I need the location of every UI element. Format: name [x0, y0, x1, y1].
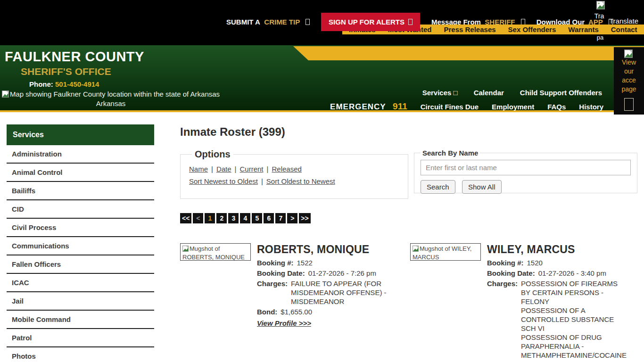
accessibility-widget[interactable]: View our acce page	[614, 47, 644, 115]
sidebar-item-cid[interactable]: CID	[7, 200, 154, 219]
sidebar-item-civil-process[interactable]: Civil Process	[7, 219, 154, 237]
sidebar-item-bailiffs[interactable]: Bailiffs	[7, 182, 154, 200]
page-6-button[interactable]: 6	[264, 213, 274, 223]
page-prev-button[interactable]: <	[193, 213, 203, 223]
top-utility-bar: SUBMIT A CRIME TIP SIGN UP FOR ALERTS Me…	[0, 0, 644, 45]
mugshot-image-fallback[interactable]: Mugshot of WILEY, MARCUS	[410, 243, 481, 261]
sort-newest-link[interactable]: Sort Newest to Oldest	[189, 177, 258, 185]
sidebar-item-administration[interactable]: Administration	[7, 145, 154, 164]
page-next-button[interactable]: >	[287, 213, 297, 223]
nav-press-releases[interactable]: Press Releases	[444, 25, 495, 33]
booking-date-value: 01-27-2026 - 3:40 pm	[538, 269, 606, 278]
phone-line: Phone: 501-450-4914	[29, 80, 144, 88]
translate-widget[interactable]: Tra pa Translate	[592, 1, 637, 45]
charges-row: Charges: POSSESSION OF FIREARMS BY CERTA…	[487, 279, 622, 360]
charge-item: FAILURE TO APPEAR (FOR MISDEMEANOR OFFEN…	[291, 279, 392, 306]
mugshot-image-fallback[interactable]: Mugshot of ROBERTS, MONIQUE	[180, 243, 251, 261]
county-name: FAULKNER COUNTY	[5, 49, 144, 65]
booking-number-label: Booking #:	[257, 258, 294, 267]
map-alt-text: Map showing Faulkner County location wit…	[10, 90, 220, 98]
filter-name-link[interactable]: Name	[189, 165, 208, 173]
sidebar-item-mobile-command[interactable]: Mobile Command	[7, 311, 154, 329]
page-4-button[interactable]: 4	[240, 213, 250, 223]
page-2-button[interactable]: 2	[216, 213, 227, 223]
booking-number-value: 1520	[527, 258, 543, 267]
page-title: Inmate Roster (399)	[180, 125, 637, 139]
filter-released-link[interactable]: Released	[272, 165, 301, 173]
sidebar-item-patrol[interactable]: Patrol	[7, 329, 154, 347]
emergency-label: EMERGENCY	[330, 102, 386, 111]
broken-image-icon	[413, 246, 419, 252]
bond-value: $1,655.00	[281, 307, 312, 316]
nav-calendar[interactable]: Calendar	[474, 89, 504, 97]
broken-image-icon	[2, 90, 9, 98]
nav-warrants[interactable]: Warrants	[568, 25, 598, 33]
page-7-button[interactable]: 7	[275, 213, 286, 223]
page-first-button[interactable]: <<	[180, 213, 191, 223]
booking-number-row: Booking #: 1520	[487, 258, 622, 267]
nav-contact[interactable]: Contact	[611, 25, 637, 33]
sidebar-item-fallen-officers[interactable]: Fallen Officers	[7, 255, 154, 274]
site-header: FAULKNER COUNTY SHERIFF'S OFFICE Phone: …	[0, 45, 644, 112]
header-nav-row2: EMERGENCY 911 Circuit Fines Due Employme…	[330, 101, 603, 112]
charge-item: POSSESSION OF A CONTROLLED SUBSTANCE SCH…	[521, 306, 622, 333]
inmate-cards: Mugshot of ROBERTS, MONIQUE ROBERTS, MON…	[180, 243, 637, 362]
booking-date-row: Booking Date: 01-27-2026 - 7:26 pm	[257, 269, 392, 278]
nav-history[interactable]: History	[579, 103, 603, 111]
booking-date-label: Booking Date:	[257, 269, 305, 278]
page-1-button[interactable]: 1	[205, 213, 215, 223]
filter-date-link[interactable]: Date	[216, 165, 231, 173]
sort-oldest-link[interactable]: Sort Oldest to Newest	[266, 177, 335, 185]
nav-sex-offenders[interactable]: Sex Offenders	[508, 25, 556, 33]
phone-number[interactable]: 501-450-4914	[55, 80, 99, 88]
nav-circuit-fines-due[interactable]: Circuit Fines Due	[421, 103, 479, 111]
bond-label: Bond:	[257, 307, 277, 316]
search-name-input[interactable]	[421, 160, 631, 175]
separator: |	[235, 165, 237, 173]
sidebar-item-animal-control[interactable]: Animal Control	[7, 164, 154, 182]
separator: |	[267, 165, 269, 173]
emergency-number: 911	[393, 101, 407, 111]
missing-glyph-icon	[305, 19, 310, 25]
options-legend: Options	[192, 149, 233, 160]
sign-up-for-alerts-button[interactable]: SIGN UP FOR ALERTS	[321, 13, 420, 31]
page-last-button[interactable]: >>	[299, 213, 310, 223]
charge-item: POSSESSION OF FIREARMS BY CERTAIN PERSON…	[521, 279, 622, 306]
map-caption: Arkansas	[0, 99, 222, 108]
page-3-button[interactable]: 3	[228, 213, 239, 223]
pagination: << < 1 2 3 4 5 6 7 > >>	[180, 213, 637, 223]
sidebar-item-communications[interactable]: Communications	[7, 237, 154, 255]
inmate-name: WILEY, MARCUS	[487, 243, 622, 256]
bond-row: Bond: $1,655.00	[257, 307, 392, 316]
sidebar-item-icac[interactable]: ICAC	[7, 274, 154, 292]
nav-faqs[interactable]: FAQs	[547, 103, 566, 111]
inmate-details: ROBERTS, MONIQUE Booking #: 1522 Booking…	[257, 243, 392, 328]
sidebar-item-jail[interactable]: Jail	[7, 292, 154, 311]
signup-label: SIGN UP FOR ALERTS	[329, 18, 405, 26]
sidebar-item-photos[interactable]: Photos	[7, 347, 154, 362]
booking-number-value: 1522	[297, 258, 313, 267]
options-panel: Options Name|Date|Current|Released Sort …	[180, 149, 408, 199]
view-profile-link[interactable]: View Profile >>>	[257, 319, 311, 327]
phone-label: Phone:	[29, 80, 53, 88]
header-nav-row1: Services □ Calendar Child Support Offend…	[422, 89, 602, 97]
services-sidebar: Services Administration Animal Control B…	[7, 124, 154, 362]
nav-child-support-offenders[interactable]: Child Support Offenders	[520, 89, 602, 97]
separator: |	[261, 177, 263, 185]
filter-current-link[interactable]: Current	[240, 165, 264, 173]
nav-services[interactable]: Services □	[422, 89, 458, 97]
page-5-button[interactable]: 5	[252, 213, 262, 223]
show-all-button[interactable]: Show All	[462, 180, 502, 194]
missing-glyph-icon	[624, 98, 634, 111]
search-buttons: Search Show All	[421, 180, 631, 194]
submit-tip-highlight: CRIME TIP	[264, 18, 300, 26]
booking-date-label: Booking Date:	[487, 269, 535, 278]
nav-employment[interactable]: Employment	[492, 103, 534, 111]
translate-alt-fragment: pa	[593, 34, 607, 41]
search-button[interactable]: Search	[421, 180, 455, 194]
submit-crime-tip-link[interactable]: SUBMIT A CRIME TIP	[226, 18, 310, 26]
broken-image-icon	[182, 246, 189, 252]
main-content: Inmate Roster (399) Options Name|Date|Cu…	[180, 124, 637, 362]
sidebar-title: Services	[7, 124, 154, 145]
county-map-image-fallback: Map showing Faulkner County location wit…	[0, 90, 222, 108]
